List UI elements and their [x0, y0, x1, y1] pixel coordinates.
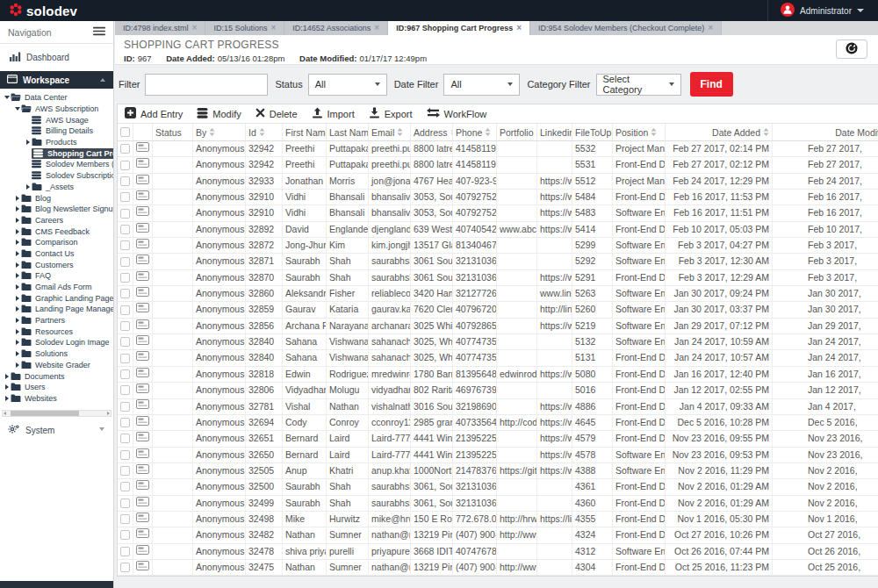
caret-right-icon[interactable] [25, 184, 32, 190]
table-row[interactable]: Anonymous32933JonathanMorrisjon@jonath47… [118, 174, 878, 190]
table-row[interactable]: Anonymous32818EdwinRodriguezmredwinrod17… [118, 367, 878, 383]
modify-button[interactable]: Modify [197, 108, 241, 120]
row-checkbox[interactable] [120, 434, 130, 443]
caret-right-icon[interactable] [14, 351, 21, 356]
row-checkbox[interactable] [120, 482, 130, 491]
tab-item[interactable]: ID:15 Solutions× [205, 21, 284, 35]
tree-item-aws-subscription[interactable]: AWS Subscription [0, 104, 113, 115]
close-icon[interactable]: × [192, 24, 198, 32]
tree-item-comparison[interactable]: Comparison [0, 237, 113, 248]
tree-item-solodev-members-checkout-co[interactable]: Solodev Members (Checkout Co [0, 159, 113, 170]
table-row[interactable]: Anonymous32910VidhiBhansalibhansalivid30… [118, 190, 878, 205]
column-header-address[interactable]: Address [411, 124, 453, 140]
select-all-checkbox[interactable] [120, 127, 130, 137]
tree-item-customers[interactable]: Customers [0, 259, 113, 270]
record-card-icon[interactable] [136, 448, 149, 463]
caret-right-icon[interactable] [4, 384, 11, 390]
record-card-icon[interactable] [136, 205, 149, 220]
caret-right-icon[interactable] [14, 273, 21, 278]
scrollbar-thumb[interactable] [11, 411, 79, 416]
column-header-date-added[interactable]: Date Added [666, 124, 773, 140]
caret-down-icon[interactable] [4, 96, 11, 99]
record-card-icon[interactable] [136, 431, 149, 446]
row-checkbox[interactable] [120, 563, 130, 572]
column-header-email[interactable]: Email [369, 124, 411, 140]
record-card-icon[interactable] [136, 270, 149, 285]
record-card-icon[interactable] [136, 479, 149, 494]
table-row[interactable]: Anonymous32910VidhiBhansalibhansalivid30… [118, 205, 878, 221]
tree-item-websites[interactable]: Websites [0, 393, 113, 405]
caret-right-icon[interactable] [25, 140, 32, 145]
table-row[interactable]: Anonymous32694CodyConroycconroy11@2985 g… [118, 415, 878, 431]
record-card-icon[interactable] [136, 334, 149, 349]
tree-item-products[interactable]: Products [0, 137, 113, 148]
column-header-date-modified[interactable]: Date Modified [773, 124, 878, 140]
row-checkbox[interactable] [120, 450, 130, 460]
add-entry-button[interactable]: Add Entry [125, 107, 183, 120]
table-row[interactable]: Anonymous32942PreethiPuttapakapreethi.pu… [118, 157, 878, 173]
record-card-icon[interactable] [136, 463, 149, 478]
record-card-icon[interactable] [136, 512, 149, 527]
category-filter-select[interactable]: Select Category [596, 74, 681, 96]
row-checkbox[interactable] [120, 161, 130, 170]
row-checkbox[interactable] [120, 498, 130, 508]
table-row[interactable]: Anonymous32840SahanaVishwanathsahanacha3… [118, 334, 878, 350]
row-checkbox[interactable] [120, 530, 130, 540]
tree-item-data-center[interactable]: Data Center [0, 92, 113, 104]
tree-item-faq[interactable]: FAQ [0, 270, 113, 282]
row-checkbox[interactable] [120, 305, 130, 315]
record-card-icon[interactable] [136, 254, 149, 269]
row-checkbox[interactable] [120, 385, 130, 395]
sidebar-horizontal-scrollbar[interactable] [2, 410, 112, 417]
date-filter-select[interactable]: All [443, 74, 520, 96]
tree-item-blog-newsletter-signups[interactable]: Blog Newsletter Signups [0, 204, 113, 215]
table-row[interactable]: Anonymous32942PreethiPuttapakapreethi.pu… [118, 141, 878, 157]
table-row[interactable]: Anonymous32498MikeHurwitzmike@hrwt150 E … [118, 512, 878, 527]
record-card-icon[interactable] [136, 222, 149, 237]
tree-item-blog[interactable]: Blog [0, 192, 113, 204]
record-card-icon[interactable] [136, 141, 149, 156]
row-checkbox[interactable] [120, 369, 130, 379]
column-header-status[interactable]: Status [153, 124, 193, 140]
caret-right-icon[interactable] [14, 296, 21, 301]
close-icon[interactable]: × [516, 24, 522, 32]
close-icon[interactable]: × [270, 24, 276, 32]
tree-item-website-grader[interactable]: Website Grader [0, 360, 113, 371]
table-row[interactable]: Anonymous32871SaurabhShahsaurabhsha3061 … [118, 254, 878, 269]
close-icon[interactable]: × [374, 24, 379, 32]
tree-item-billing-details[interactable]: Billing Details [0, 125, 113, 137]
row-checkbox[interactable] [120, 418, 130, 427]
table-row[interactable]: Anonymous32856Archana RaNarayananarchana… [118, 319, 878, 334]
tree-item-assets[interactable]: _Assets [0, 182, 113, 193]
record-card-icon[interactable] [136, 415, 149, 430]
row-checkbox[interactable] [120, 466, 130, 476]
table-row[interactable]: Anonymous32650BernardLairdLaird-777@4441… [118, 448, 878, 463]
record-card-icon[interactable] [136, 190, 149, 204]
record-card-icon[interactable] [136, 302, 149, 317]
tree-item-shopping-cart-progress[interactable]: Shopping Cart Progress [0, 147, 113, 159]
row-checkbox[interactable] [120, 354, 130, 363]
table-row[interactable]: Anonymous32781VishalNathanvishalnatha301… [118, 399, 878, 415]
caret-right-icon[interactable] [14, 229, 21, 234]
table-row[interactable]: Anonymous32499SaurabhShahsaurabhsha3061,… [118, 496, 878, 512]
caret-right-icon[interactable] [14, 196, 21, 201]
table-row[interactable]: Anonymous32500SaurabhShahsaurabhsha3061,… [118, 479, 878, 495]
tree-item-partners[interactable]: Partners [0, 315, 113, 326]
sidebar-item-system[interactable]: System [0, 417, 113, 443]
tab-item[interactable]: ID:954 Solodev Members (Checkout Complet… [530, 21, 722, 35]
record-card-icon[interactable] [136, 527, 149, 542]
column-header-last-name[interactable]: Last Name [327, 124, 369, 140]
caret-right-icon[interactable] [14, 306, 21, 312]
table-row[interactable]: Anonymous32870SaurabhShahsaurabhsha3061 … [118, 270, 878, 286]
column-header-by[interactable]: By [193, 124, 246, 140]
table-row[interactable]: Anonymous32475NathanSumnernathan@na13219… [118, 560, 878, 576]
row-checkbox[interactable] [120, 240, 130, 250]
caret-right-icon[interactable] [14, 240, 21, 245]
record-card-icon[interactable] [136, 367, 149, 382]
close-icon[interactable]: × [708, 24, 713, 32]
tab-active[interactable]: ID:967 Shopping Cart Progress× [388, 21, 530, 35]
caret-right-icon[interactable] [14, 218, 21, 223]
table-row[interactable]: Anonymous32505AnupKhatrianup.khatri1000N… [118, 463, 878, 479]
caret-right-icon[interactable] [14, 251, 21, 256]
caret-right-icon[interactable] [4, 374, 11, 379]
